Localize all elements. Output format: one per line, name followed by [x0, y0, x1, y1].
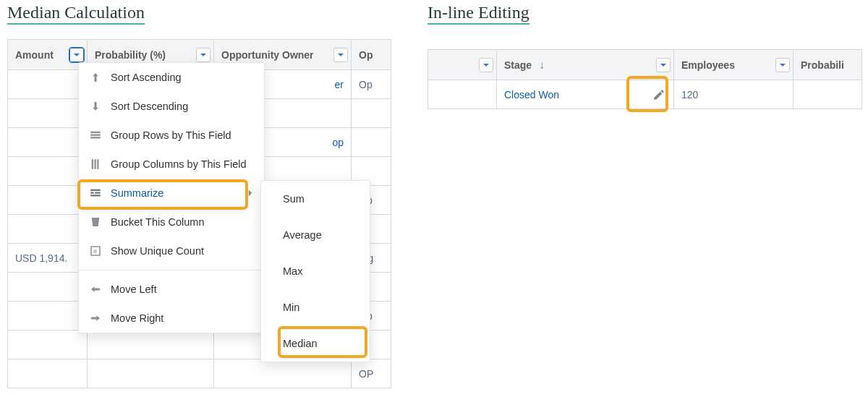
col-stage: Stage ↓: [497, 50, 674, 80]
menu-label: Move Left: [111, 283, 157, 295]
col-prob-right-label: Probabili: [801, 59, 844, 71]
column-context-menu: Sort Ascending Sort Descending Group Row…: [78, 62, 265, 333]
col-stage-menu-trigger[interactable]: [656, 58, 671, 72]
submenu-median[interactable]: Median: [261, 325, 370, 362]
submenu-sum[interactable]: Sum: [261, 181, 370, 217]
arrow-right-icon: [89, 312, 102, 325]
menu-sort-descending[interactable]: Sort Descending: [79, 92, 264, 121]
menu-bucket[interactable]: Bucket This Column: [79, 208, 264, 236]
chevron-down-icon: [73, 51, 80, 59]
stage-value: Closed Won: [504, 89, 559, 101]
svg-text:#: #: [93, 248, 97, 255]
menu-group-columns[interactable]: Group Columns by This Field: [79, 150, 264, 179]
chevron-down-icon: [200, 51, 207, 59]
caption-right: In-line Editing: [427, 3, 529, 25]
col-next: Op: [352, 40, 391, 70]
menu-move-left[interactable]: Move Left: [79, 275, 264, 304]
employees-value[interactable]: 120: [674, 80, 793, 109]
menu-sort-ascending[interactable]: Sort Ascending: [79, 63, 264, 92]
menu-label: Show Unique Count: [111, 245, 204, 257]
summarize-submenu: Sum Average Max Min Median: [260, 180, 370, 362]
col-employees: Employees: [674, 50, 793, 80]
arrow-left-icon: [89, 283, 102, 296]
columns-icon: [89, 158, 102, 171]
col-probability-menu-trigger[interactable]: [196, 48, 210, 62]
menu-label: Sum: [283, 193, 305, 205]
menu-move-right[interactable]: Move Right: [79, 304, 264, 333]
hash-icon: #: [89, 244, 102, 257]
menu-label: Max: [283, 265, 302, 277]
menu-label: Average: [283, 229, 322, 241]
col-owner-label: Opportunity Owner: [221, 49, 314, 61]
chevron-down-icon: [660, 61, 667, 69]
bucket-icon: [89, 216, 102, 229]
menu-label: Group Rows by This Field: [111, 129, 231, 141]
col-probability-label: Probability (%): [95, 49, 166, 61]
col-stage-label: Stage: [504, 59, 532, 71]
menu-unique-count[interactable]: # Show Unique Count: [79, 236, 264, 265]
arrow-up-icon: [89, 71, 102, 84]
menu-label: Move Right: [111, 312, 163, 324]
col-employees-label: Employees: [681, 59, 735, 71]
pencil-icon: [652, 88, 665, 101]
report-table-right: Stage ↓ Employees Probabili: [427, 49, 862, 109]
table-row: OP: [8, 359, 391, 388]
chevron-right-icon: [244, 187, 257, 200]
menu-label: Sort Ascending: [111, 72, 182, 83]
chevron-down-icon: [779, 61, 786, 69]
submenu-min[interactable]: Min: [261, 289, 370, 325]
menu-summarize[interactable]: Summarize: [79, 179, 264, 208]
col-amount-menu-trigger[interactable]: [69, 48, 84, 62]
menu-separator: [79, 270, 264, 270]
menu-label: Summarize: [111, 187, 163, 199]
submenu-average[interactable]: Average: [261, 217, 370, 253]
col-next-label: Op: [359, 49, 373, 61]
rows-icon: [89, 129, 102, 142]
table-row: Closed Won 120: [428, 80, 862, 109]
col-amount: Amount: [8, 40, 88, 70]
col-blank-menu-trigger[interactable]: [479, 58, 493, 72]
menu-group-rows[interactable]: Group Rows by This Field: [79, 121, 264, 150]
col-employees-menu-trigger[interactable]: [775, 58, 790, 72]
col-amount-label: Amount: [15, 49, 54, 61]
submenu-max[interactable]: Max: [261, 253, 370, 289]
summarize-icon: [89, 187, 102, 200]
menu-label: Sort Descending: [111, 101, 188, 112]
inline-editing-panel: In-line Editing Stage ↓: [427, 3, 862, 388]
chevron-down-icon: [337, 51, 344, 59]
menu-label: Median: [283, 338, 318, 349]
sort-down-icon: ↓: [539, 59, 545, 71]
menu-label: Bucket This Column: [111, 216, 204, 228]
col-prob-right: Probabili: [793, 50, 862, 80]
stage-cell[interactable]: Closed Won: [497, 80, 674, 109]
col-blank: [428, 50, 497, 80]
chevron-down-icon: [482, 61, 490, 69]
caption-left: Median Calculation: [7, 3, 145, 25]
col-owner-menu-trigger[interactable]: [333, 48, 348, 62]
amount-cell: USD 1,914.: [8, 244, 88, 273]
edit-stage-button[interactable]: [650, 86, 668, 103]
menu-label: Min: [283, 302, 299, 313]
arrow-down-icon: [89, 100, 102, 113]
menu-label: Group Columns by This Field: [111, 158, 247, 170]
median-calculation-panel: Median Calculation Amount Probability (%…: [7, 3, 391, 388]
